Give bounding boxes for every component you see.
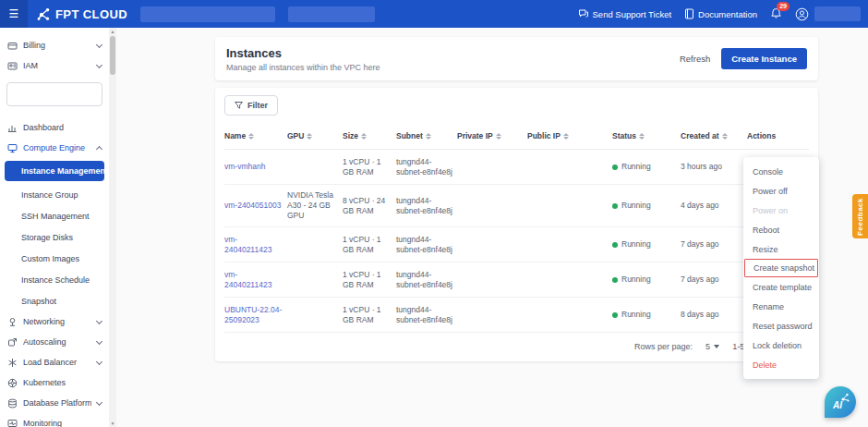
status-dot: [612, 203, 618, 209]
menu-item-create-snapshot[interactable]: Create snapshot: [744, 259, 818, 277]
sidebar-item-compute-engine[interactable]: Compute Engine: [0, 138, 109, 158]
chevron-down-icon: [96, 41, 102, 47]
vpc-select-box-redacted[interactable]: [6, 82, 102, 106]
create-instance-button[interactable]: Create Instance: [721, 48, 807, 69]
size-cell: 8 vCPU · 24 GB RAM: [343, 196, 392, 216]
topbar: ☰ FPT CLOUD Send Support Ticket Document…: [0, 0, 868, 28]
sort-icon[interactable]: [361, 133, 367, 140]
menu-item-resize[interactable]: Resize: [743, 239, 819, 259]
column-header-status: Status: [612, 131, 677, 141]
created-at-cell: 7 days ago: [681, 239, 743, 250]
status-dot: [612, 312, 618, 318]
size-cell: 1 vCPU · 1 GB RAM: [343, 270, 392, 290]
support-chat-icon: [578, 8, 589, 19]
hamburger-menu-icon[interactable]: ☰: [0, 0, 28, 28]
sidebar-item-label: Instance Management: [21, 166, 108, 176]
vpc-selector-redacted[interactable]: [288, 6, 375, 22]
notifications-button[interactable]: 29: [770, 7, 782, 21]
kubernetes-icon: [7, 378, 18, 388]
rows-per-page-select[interactable]: 5: [705, 342, 719, 351]
documentation-link[interactable]: Documentation: [684, 8, 757, 19]
send-support-ticket-link[interactable]: Send Support Ticket: [578, 8, 672, 19]
sidebar-item-autoscaling[interactable]: Autoscaling: [0, 332, 109, 352]
filter-button[interactable]: Filter: [224, 95, 278, 116]
status-cell: Running: [612, 162, 677, 172]
networking-icon: [7, 317, 18, 327]
user-avatar-icon[interactable]: [795, 7, 809, 21]
sidebar-item-label: Compute Engine: [23, 143, 91, 152]
instance-name-link[interactable]: vm-24040211423: [224, 235, 283, 255]
chevron-down-icon: [96, 337, 102, 344]
status-cell: Running: [612, 310, 677, 320]
feedback-tab[interactable]: Feedback: [852, 194, 868, 238]
menu-item-power-on: Power on: [743, 201, 819, 220]
sort-icon[interactable]: [639, 133, 645, 140]
sidebar-item-iam[interactable]: IAM: [0, 55, 109, 76]
username-redacted[interactable]: [814, 6, 861, 21]
size-cell: 1 vCPU · 1 GB RAM: [343, 235, 392, 255]
sidebar-scrollbar[interactable]: ▲ ▼: [109, 28, 116, 427]
subnet-cell: tungnd44-subnet-e8nf4e8j: [396, 196, 453, 216]
sort-icon[interactable]: [496, 133, 501, 140]
sidebar-item-label: Storage Disks: [21, 233, 73, 242]
column-header-size: Size: [343, 131, 392, 141]
sort-icon[interactable]: [722, 133, 728, 140]
column-header-subnet: Subnet: [396, 131, 453, 141]
column-header-actions: Actions: [747, 131, 790, 141]
sidebar-item-instance-management-selected[interactable]: Instance Management: [5, 161, 104, 181]
sidebar-item-custom-images[interactable]: Custom Images: [0, 248, 109, 269]
sidebar-item-kubernetes[interactable]: Kubernetes: [0, 372, 109, 393]
rows-per-page-label: Rows per page:: [634, 342, 693, 351]
sidebar-item-networking[interactable]: Networking: [0, 311, 109, 332]
sidebar-item-instance-group[interactable]: Instance Group: [0, 184, 109, 205]
ai-assistant-icon: AI: [829, 391, 851, 413]
column-header-created-at: Created at: [681, 131, 743, 141]
sidebar-item-instance-schedule[interactable]: Instance Schedule: [0, 269, 109, 290]
scroll-down-arrow-icon[interactable]: ▼: [109, 421, 116, 426]
status-cell: Running: [612, 239, 677, 250]
sidebar-item-load-balancer[interactable]: Load Balancer: [0, 352, 109, 372]
sort-icon[interactable]: [563, 133, 569, 140]
created-at-cell: 4 days ago: [681, 201, 743, 211]
size-cell: 1 vCPU · 1 GB RAM: [343, 157, 392, 177]
status-cell: Running: [612, 201, 677, 211]
send-support-ticket-label: Send Support Ticket: [593, 9, 672, 19]
sort-icon[interactable]: [307, 133, 312, 140]
menu-item-power-off[interactable]: Power off: [743, 181, 819, 201]
sort-icon[interactable]: [426, 133, 431, 140]
sidebar-item-ssh-management[interactable]: SSH Management: [0, 205, 109, 226]
column-header-public-ip: Public IP: [527, 131, 609, 141]
menu-item-console[interactable]: Console: [743, 162, 819, 181]
ai-assistant-button[interactable]: AI: [825, 386, 856, 418]
instance-name-link[interactable]: UBUNTU-22.04-25092023: [224, 305, 283, 325]
brand-logo[interactable]: FPT CLOUD: [37, 7, 127, 21]
sidebar-item-monitoring[interactable]: Monitoring: [0, 413, 109, 427]
notification-badge: 29: [777, 2, 790, 11]
sidebar-item-snapshot[interactable]: Snapshot: [0, 290, 109, 311]
sidebar-item-label: Autoscaling: [23, 337, 91, 347]
sidebar-item-billing[interactable]: Billing: [0, 35, 109, 55]
org-selector-redacted[interactable]: [140, 6, 275, 22]
scrollbar-thumb[interactable]: [110, 36, 115, 75]
menu-item-create-template[interactable]: Create template: [743, 277, 819, 297]
created-at-cell: 3 hours ago: [681, 162, 743, 172]
menu-item-rename[interactable]: Rename: [743, 297, 819, 316]
sidebar-item-label: Database Platform: [23, 398, 91, 408]
menu-item-reset-password[interactable]: Reset password: [743, 316, 819, 336]
scroll-up-arrow-icon[interactable]: ▲: [109, 29, 116, 34]
sidebar-item-database-platform[interactable]: Database Platform: [0, 393, 109, 413]
instance-name-link[interactable]: vm-vmhanh: [224, 162, 283, 172]
sidebar-item-dashboard[interactable]: Dashboard: [0, 117, 109, 138]
sidebar-item-storage-disks[interactable]: Storage Disks: [0, 226, 109, 248]
menu-item-delete[interactable]: Delete: [743, 355, 819, 374]
refresh-button[interactable]: Refresh: [680, 54, 710, 64]
menu-item-reboot[interactable]: Reboot: [743, 220, 819, 239]
chevron-up-icon: [96, 146, 102, 152]
sidebar-item-label: Billing: [23, 41, 91, 50]
instance-name-link[interactable]: vm-24040211423: [224, 270, 283, 290]
sort-icon[interactable]: [248, 133, 254, 140]
instance-name-link[interactable]: vm-2404051003: [224, 201, 283, 211]
menu-item-lock-deletion[interactable]: Lock deletion: [743, 336, 819, 355]
pagination-bar: Rows per page: 5 1-5 of 13 ‹ ›: [224, 333, 809, 361]
filter-funnel-icon: [235, 102, 243, 109]
